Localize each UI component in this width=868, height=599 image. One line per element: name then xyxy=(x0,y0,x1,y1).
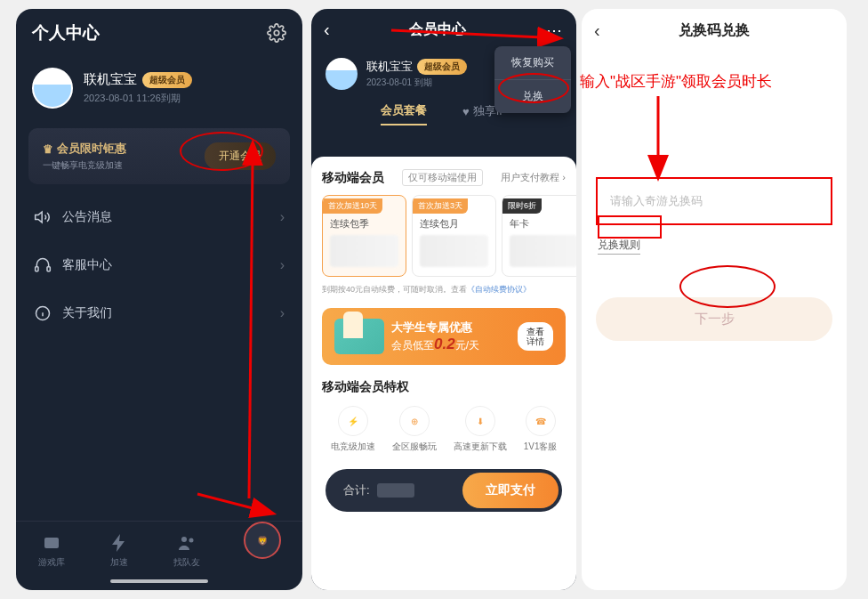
annotation-text: 输入"战区手游"领取会员时长 xyxy=(580,71,772,92)
section-title: 移动端会员 xyxy=(322,170,384,186)
perk-item: ⬇高速更新下载 xyxy=(454,406,507,453)
perk-item: ☎1V1客服 xyxy=(524,406,558,453)
svg-rect-4 xyxy=(44,538,59,548)
next-button[interactable]: 下一步 xyxy=(596,297,832,341)
member-center-screen: ‹ 会员中心 ⋯ 恢复购买 兑换 联机宝宝超级会员 2023-08-01 到期 … xyxy=(311,9,576,590)
open-membership-button[interactable]: 开通会员 xyxy=(205,142,276,170)
page-title: 个人中心 xyxy=(32,21,100,45)
back-button[interactable]: ‹ xyxy=(594,20,600,41)
bolt-icon: ⚡ xyxy=(338,406,368,436)
tab-plans[interactable]: 会员套餐 xyxy=(381,102,427,125)
more-dropdown: 恢复购买 兑换 xyxy=(494,46,571,113)
vip-badge: 超级会员 xyxy=(417,59,467,75)
student-illustration xyxy=(334,319,384,354)
svg-point-6 xyxy=(189,538,193,543)
globe-icon: ⊕ xyxy=(399,406,430,436)
plan-quarterly[interactable]: 首次加送10天连续包季 xyxy=(322,195,406,277)
vip-badge: 超级会员 xyxy=(142,72,192,88)
expiry-date: 2023-08-01 11:26到期 xyxy=(84,92,192,105)
promo-subtitle: 一键畅享电竞级加速 xyxy=(43,159,126,172)
page-title: 兑换码兑换 xyxy=(679,21,750,40)
user-row[interactable]: 联机宝宝 超级会员 2023-08-01 11:26到期 xyxy=(16,57,302,119)
home-indicator xyxy=(110,579,208,583)
expiry-date: 2023-08-01 到期 xyxy=(366,77,467,89)
lion-icon: 🦁 xyxy=(244,522,281,559)
promo-card: ♛会员限时钜惠 一键畅享电竞级加速 开通会员 xyxy=(28,128,290,184)
menu-about[interactable]: 关于我们 › xyxy=(16,289,302,337)
student-banner[interactable]: 大学生专属优惠 会员低至0.2元/天 查看 详情 xyxy=(322,308,566,365)
renew-agreement-link[interactable]: 《自动续费协议》 xyxy=(467,285,531,294)
annotation-rect xyxy=(598,215,662,239)
speaker-icon xyxy=(34,208,52,226)
auto-renew-note: 到期按40元自动续费，可随时取消。查看《自动续费协议》 xyxy=(322,284,566,295)
avatar xyxy=(326,58,358,90)
tab-games[interactable]: 游戏库 xyxy=(38,532,65,569)
redeem-rules-link[interactable]: 兑换规则 xyxy=(598,238,640,255)
perk-item: ⊕全区服畅玩 xyxy=(392,406,437,453)
plan-monthly[interactable]: 首次加送3天连续包月 xyxy=(412,195,496,277)
section-note: 仅可移动端使用 xyxy=(402,169,483,186)
perk-item: ⚡电竞级加速 xyxy=(331,406,375,453)
menu-support[interactable]: 客服中心 › xyxy=(16,241,302,289)
tab-team[interactable]: 找队友 xyxy=(173,532,200,569)
avatar xyxy=(32,68,73,109)
dropdown-restore[interactable]: 恢复购买 xyxy=(494,46,571,80)
svg-rect-1 xyxy=(36,267,38,271)
tab-profile[interactable]: 🦁 xyxy=(244,532,281,569)
perks-title: 移动端会员特权 xyxy=(322,379,566,395)
back-button[interactable]: ‹ xyxy=(324,20,330,40)
dropdown-redeem[interactable]: 兑换 xyxy=(494,80,571,113)
chevron-right-icon: › xyxy=(280,305,285,321)
download-icon: ⬇ xyxy=(465,406,495,436)
menu-announcements[interactable]: 公告消息 › xyxy=(16,193,302,241)
shield-icon: ♥ xyxy=(462,105,470,118)
headset-icon xyxy=(34,256,52,274)
tab-bar: 游戏库 加速 找队友 🦁 xyxy=(16,521,302,574)
personal-center-screen: 个人中心 联机宝宝 超级会员 2023-08-01 11:26到期 ♛会员限时钜… xyxy=(16,9,302,590)
svg-point-5 xyxy=(181,537,187,542)
page-title: 会员中心 xyxy=(409,20,466,39)
redeem-code-screen: ‹ 兑换码兑换 请输入奇游兑换码 兑换规则 下一步 xyxy=(582,9,847,590)
svg-rect-2 xyxy=(47,267,50,271)
pay-button[interactable]: 立即支付 xyxy=(462,473,559,508)
crown-icon: ♛ xyxy=(43,142,53,156)
pay-bar: 合计: 立即支付 xyxy=(326,469,562,512)
tab-boost[interactable]: 加速 xyxy=(108,532,130,569)
payment-guide-link[interactable]: 用户支付教程 › xyxy=(501,171,566,184)
more-button[interactable]: ⋯ xyxy=(546,20,564,40)
gear-icon[interactable] xyxy=(267,23,286,43)
support-icon: ☎ xyxy=(526,406,556,436)
svg-point-0 xyxy=(274,30,279,36)
chevron-right-icon: › xyxy=(280,257,285,273)
plan-yearly[interactable]: 限时6折年卡 xyxy=(502,195,576,277)
chevron-right-icon: › xyxy=(280,209,285,225)
user-name: 联机宝宝 xyxy=(84,71,137,88)
plans-card: 移动端会员 仅可移动端使用 用户支付教程 › 首次加送10天连续包季 首次加送3… xyxy=(311,157,576,590)
student-details-button[interactable]: 查看 详情 xyxy=(518,322,553,351)
info-icon xyxy=(34,304,52,322)
